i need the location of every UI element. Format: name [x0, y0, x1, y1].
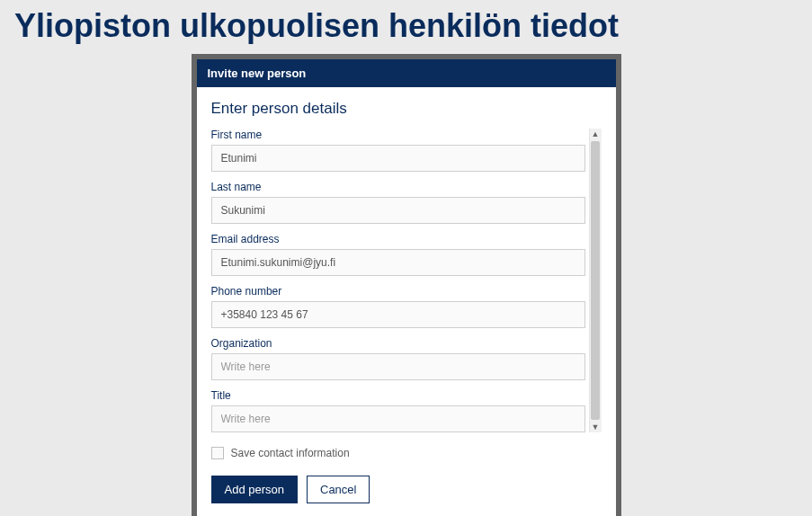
- organization-input[interactable]: [211, 353, 585, 380]
- phone-input[interactable]: [211, 301, 585, 328]
- phone-label: Phone number: [211, 285, 585, 298]
- page-title: Yliopiston ulkopuolisen henkilön tiedot: [0, 0, 812, 54]
- last-name-label: Last name: [211, 181, 585, 193]
- title-label: Title: [211, 389, 585, 402]
- scroll-thumb[interactable]: [591, 141, 600, 420]
- cancel-button[interactable]: Cancel: [307, 476, 370, 503]
- form-fields: First name Last name Email address Phone…: [211, 129, 585, 432]
- dialog-body: Enter person details First name Last nam…: [197, 87, 616, 516]
- phone-group: Phone number: [211, 285, 585, 328]
- save-contact-checkbox[interactable]: [211, 447, 224, 459]
- email-input[interactable]: [211, 249, 585, 276]
- first-name-group: First name: [211, 129, 585, 172]
- email-group: Email address: [211, 233, 585, 276]
- dialog-header: Invite new person: [197, 59, 616, 87]
- scrollbar[interactable]: ▲ ▼: [589, 129, 602, 432]
- invite-dialog: Invite new person Enter person details F…: [192, 54, 621, 516]
- dialog-buttons: Add person Cancel: [211, 476, 602, 503]
- first-name-label: First name: [211, 129, 585, 141]
- organization-label: Organization: [211, 337, 585, 350]
- dialog-subtitle: Enter person details: [211, 100, 602, 118]
- organization-group: Organization: [211, 337, 585, 380]
- title-group: Title: [211, 389, 585, 432]
- save-contact-label: Save contact information: [231, 447, 350, 459]
- add-person-button[interactable]: Add person: [211, 476, 299, 503]
- last-name-group: Last name: [211, 181, 585, 224]
- title-input[interactable]: [211, 405, 585, 432]
- first-name-input[interactable]: [211, 145, 585, 172]
- scroll-down-icon[interactable]: ▼: [592, 422, 600, 432]
- save-contact-row: Save contact information: [211, 447, 602, 459]
- email-label: Email address: [211, 233, 585, 245]
- scroll-up-icon[interactable]: ▲: [592, 129, 600, 139]
- last-name-input[interactable]: [211, 197, 585, 224]
